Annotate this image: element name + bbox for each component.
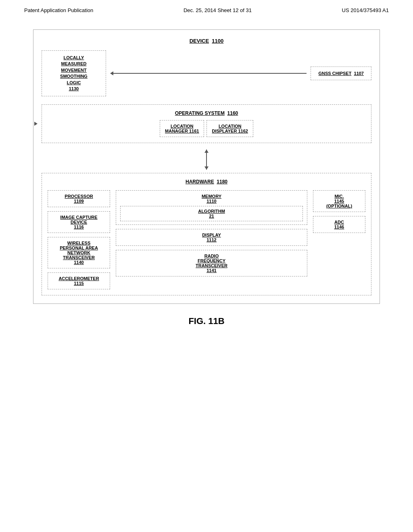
hw-col-middle: MEMORY1110 ALGORITHM21 DISPLAY1112 RADIO… xyxy=(116,190,307,289)
mic-box: MIC.1145(OPTIONAL) xyxy=(313,190,365,212)
radio-label: RADIOFREQUENCYTRANSCEIVER1141 xyxy=(196,254,227,273)
algorithm-box: ALGORITHM21 xyxy=(120,206,303,221)
location-manager-box: LOCATIONMANAGER 1161 xyxy=(160,120,204,137)
lmms-label: LOCALLYMEASUREDMOVEMENTSMOOTHINGLOGIC113… xyxy=(60,55,88,91)
os-label: OPERATING SYSTEM xyxy=(175,110,225,116)
arrow-head-left xyxy=(110,71,113,75)
image-capture-box: IMAGE CAPTUREDEVICE1116 xyxy=(48,211,110,233)
image-capture-label: IMAGE CAPTUREDEVICE1116 xyxy=(60,215,97,229)
device-title: DEVICE 1100 xyxy=(42,38,371,44)
os-hw-arrow xyxy=(42,150,371,170)
wpan-label: WIRELESSPERSONAL AREANETWORKTRANSCEIVER1… xyxy=(60,241,98,265)
right-arrow-head xyxy=(34,122,38,126)
lmms-box: LOCALLYMEASUREDMOVEMENTSMOOTHINGLOGIC113… xyxy=(42,50,106,96)
algorithm-label: ALGORITHM21 xyxy=(198,209,225,218)
device-outer-box: DEVICE 1100 LOCALLYMEASUREDMOVEMENTSMOOT… xyxy=(33,29,380,304)
adc-label: ADC1146 xyxy=(334,220,344,229)
display-box: DISPLAY1112 xyxy=(116,229,307,246)
gnss-label: GNSS CHIPSET xyxy=(318,71,351,76)
os-section: OPERATING SYSTEM 1160 LOCATIONMANAGER 11… xyxy=(42,104,371,143)
gnss-number: 1107 xyxy=(354,71,364,76)
arrow-down xyxy=(204,166,209,170)
page-header: Patent Application Publication Dec. 25, … xyxy=(0,0,413,13)
hw-col-right: MIC.1145(OPTIONAL) ADC1146 xyxy=(313,190,365,289)
gnss-to-lmms-arrow xyxy=(106,71,311,75)
left-arrow-indicator xyxy=(34,122,38,126)
main-content: DEVICE 1100 LOCALLYMEASUREDMOVEMENTSMOOT… xyxy=(0,13,413,335)
hw-col-left: PROCESSOR1109 IMAGE CAPTUREDEVICE1116 WI… xyxy=(48,190,110,289)
hw-label: HARDWARE xyxy=(186,179,214,185)
radio-box: RADIOFREQUENCYTRANSCEIVER1141 xyxy=(116,250,307,276)
os-inner: LOCATIONMANAGER 1161 LOCATIONDISPLAYER 1… xyxy=(48,120,365,137)
hw-title: HARDWARE 1180 xyxy=(48,179,365,185)
processor-box: PROCESSOR1109 xyxy=(48,190,110,207)
header-left: Patent Application Publication xyxy=(24,7,93,13)
gnss-box: GNSS CHIPSET 1107 xyxy=(311,66,371,80)
hw-grid: PROCESSOR1109 IMAGE CAPTUREDEVICE1116 WI… xyxy=(48,190,365,289)
memory-outer-box: MEMORY1110 ALGORITHM21 xyxy=(116,190,307,225)
location-manager-label: LOCATIONMANAGER 1161 xyxy=(165,124,199,133)
header-middle: Dec. 25, 2014 Sheet 12 of 31 xyxy=(184,7,252,13)
mic-label: MIC.1145(OPTIONAL) xyxy=(326,194,352,208)
os-number: 1160 xyxy=(227,110,238,116)
wpan-box: WIRELESSPERSONAL AREANETWORKTRANSCEIVER1… xyxy=(48,237,110,268)
os-wrapper: OPERATING SYSTEM 1160 LOCATIONMANAGER 11… xyxy=(42,104,371,143)
processor-label: PROCESSOR1109 xyxy=(65,194,93,204)
hw-number: 1180 xyxy=(217,179,227,185)
device-number: 1100 xyxy=(212,38,223,44)
display-label: DISPLAY1112 xyxy=(202,233,221,242)
accelerometer-label: ACCELEROMETER1115 xyxy=(58,276,99,286)
adc-box: ADC1146 xyxy=(313,216,365,233)
device-label: DEVICE xyxy=(190,38,209,44)
arrow-line xyxy=(113,73,307,74)
accelerometer-box: ACCELEROMETER1115 xyxy=(48,272,110,289)
memory-label: MEMORY1110 xyxy=(202,194,221,204)
figure-caption: FIG. 11B xyxy=(188,316,224,326)
header-right: US 2014/375493 A1 xyxy=(342,7,389,13)
location-displayer-box: LOCATIONDISPLAYER 1162 xyxy=(206,120,253,137)
top-section: LOCALLYMEASUREDMOVEMENTSMOOTHINGLOGIC113… xyxy=(42,50,371,96)
location-displayer-label: LOCATIONDISPLAYER 1162 xyxy=(212,124,248,133)
hw-section: HARDWARE 1180 PROCESSOR1109 IMAGE CAPTUR… xyxy=(42,173,371,295)
os-title: OPERATING SYSTEM 1160 xyxy=(48,110,365,116)
